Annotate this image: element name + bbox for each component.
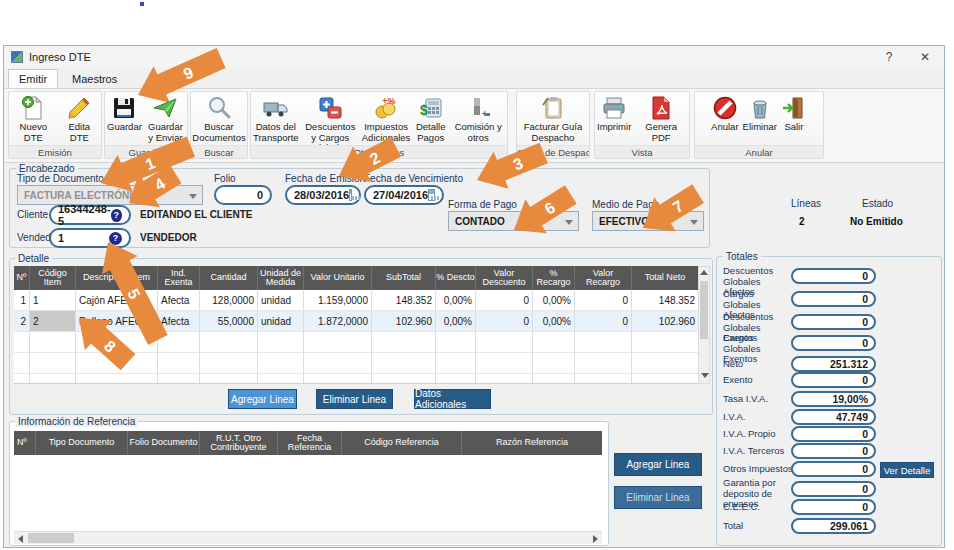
close-button[interactable]: ✕ xyxy=(908,46,942,67)
tab-maestros[interactable]: Maestros xyxy=(62,69,127,88)
scroll-left-icon[interactable] xyxy=(18,535,23,543)
lineas-label: Líneas xyxy=(791,198,821,209)
empty-grid-area xyxy=(14,332,698,384)
eliminar-button[interactable]: Eliminar xyxy=(741,94,779,134)
chevron-down-icon xyxy=(565,220,573,225)
ceec-field[interactable]: 0 xyxy=(791,499,876,515)
buscar-documentos-button[interactable]: Buscar Documentos xyxy=(190,94,247,144)
ribbon-group-vista: Imprimir Genera PDF Vista xyxy=(594,91,690,159)
fecha-vencimiento-label: Fecha de Vencimiento xyxy=(364,173,463,184)
selected-cell[interactable]: 2 xyxy=(30,311,76,332)
iva-propio-field[interactable]: 0 xyxy=(791,426,876,442)
anular-button[interactable]: Anular xyxy=(709,94,740,134)
dollar-calculator-icon: $ xyxy=(418,95,444,121)
table-row[interactable]: 1 1 Cajón AFECTO Afecta 128,0000 unidad … xyxy=(14,290,698,311)
help-circle-icon[interactable]: ? xyxy=(111,209,122,222)
datos-transporte-button[interactable]: Datos del Transporte xyxy=(251,94,301,144)
otros-impuestos-field[interactable]: 0 xyxy=(791,461,876,477)
clipboard-icon xyxy=(540,95,566,121)
ribbon-group-emision: Nuevo DTE Edita DTE Emisión xyxy=(8,91,102,159)
guardar-enviar-button[interactable]: Guardar y Enviar xyxy=(144,94,187,144)
medio-pago-label: Medio de Pago xyxy=(592,199,659,210)
tipo-documento-label: Tipo de Documento xyxy=(17,173,104,184)
folio-label: Folio xyxy=(214,173,236,184)
trash-icon xyxy=(747,95,773,121)
scroll-down-icon[interactable] xyxy=(701,373,709,378)
totales-legend: Totales xyxy=(723,251,761,262)
ref-eliminar-linea-button[interactable]: Eliminar Linea xyxy=(614,486,702,509)
ribbon-group-guardar: Guardar Guardar y Enviar Guardar xyxy=(104,91,188,159)
forma-pago-select[interactable]: CONTADO xyxy=(448,211,579,231)
cliente-label: Cliente xyxy=(17,209,48,220)
forma-pago-label: Forma de Pago xyxy=(448,199,517,210)
ribbon-toolbar: Nuevo DTE Edita DTE Emisión Guardar xyxy=(4,89,944,163)
iva-field[interactable]: 47.749 xyxy=(791,409,876,425)
cargos-globales-exentos-field[interactable]: 0 xyxy=(791,335,876,351)
scrollbar-thumb[interactable] xyxy=(700,281,708,339)
ribbon-group-buscar: Buscar Documentos Buscar xyxy=(190,91,248,159)
detalle-vertical-scrollbar[interactable] xyxy=(698,266,710,384)
impuestos-adicionales-button[interactable]: +% Impuestos Adicionales xyxy=(360,94,412,144)
lineas-value: 2 xyxy=(799,216,805,227)
forbidden-icon xyxy=(712,95,738,121)
table-row[interactable]: 2 2 Relleno AFECTO Afecta 55,0000 unidad… xyxy=(14,311,698,332)
scrollbar-thumb[interactable] xyxy=(28,533,74,543)
scroll-right-icon[interactable] xyxy=(593,535,598,543)
imprimir-button[interactable]: Imprimir xyxy=(595,94,633,134)
cliente-field[interactable]: 16344248-5 ? xyxy=(49,205,131,225)
descuentos-globales-afectos-field[interactable]: 0 xyxy=(791,268,876,284)
edita-dte-button[interactable]: Edita DTE xyxy=(58,94,101,144)
eliminar-linea-button[interactable]: Eliminar Linea xyxy=(316,389,393,409)
referencia-table-header: Nº Tipo Documento Folio Documento R.U.T.… xyxy=(14,431,602,455)
guardar-button[interactable]: Guardar xyxy=(105,94,144,134)
detalle-pagos-button[interactable]: $ Detalle Pagos xyxy=(412,94,449,144)
exit-icon xyxy=(781,95,807,121)
ver-detalle-button[interactable]: Ver Detalle xyxy=(880,462,934,478)
vendedor-hint: VENDEDOR xyxy=(140,232,197,243)
medio-pago-select[interactable]: EFECTIVO xyxy=(592,211,704,231)
cargos-globales-afectos-field[interactable]: 0 xyxy=(791,291,876,307)
iva-terceros-field[interactable]: 0 xyxy=(791,443,876,459)
salir-button[interactable]: Salir xyxy=(779,94,809,134)
agregar-linea-button[interactable]: Agregar Linea xyxy=(228,389,297,409)
calendar-icon[interactable] xyxy=(349,189,352,201)
estado-value: No Emitido xyxy=(850,216,903,227)
garantia-envases-field[interactable]: 0 xyxy=(791,481,876,497)
fecha-emision-field[interactable]: 28/03/2016 xyxy=(285,185,361,205)
ribbon-group-anular: Anular Eliminar Salir Anular xyxy=(694,91,824,159)
help-button[interactable]: ? xyxy=(872,46,906,67)
nuevo-dte-button[interactable]: Nuevo DTE xyxy=(9,94,58,144)
fecha-emision-label: Fecha de Emisión xyxy=(285,173,365,184)
tipo-documento-select[interactable]: FACTURA ELECTRÓNICA xyxy=(17,185,203,205)
commission-icon: + xyxy=(465,95,491,121)
coins-percent-icon: +% xyxy=(373,95,399,121)
help-circle-icon[interactable]: ? xyxy=(109,232,122,245)
save-icon xyxy=(111,95,137,121)
title-bar: Ingreso DTE xyxy=(4,46,944,68)
ribbon-group-otros-datos: Datos del Transporte Descuentos y Cargos… xyxy=(250,91,508,159)
detalle-legend: Detalle xyxy=(15,253,52,264)
ref-agregar-linea-button[interactable]: Agregar Linea xyxy=(614,453,702,476)
datos-adicionales-button[interactable]: Datos Adicionales xyxy=(414,389,491,409)
tab-emitir[interactable]: Emitir xyxy=(8,69,58,88)
folio-field[interactable]: 0 xyxy=(214,185,272,205)
new-document-icon xyxy=(20,95,46,121)
neto-field[interactable]: 251.312 xyxy=(791,356,876,372)
descuentos-globales-exentos-field[interactable]: 0 xyxy=(791,314,876,330)
svg-text:$: $ xyxy=(420,102,428,118)
fecha-vencimiento-field[interactable]: 27/04/2016 xyxy=(364,185,444,205)
genera-pdf-button[interactable]: Genera PDF xyxy=(633,94,689,144)
exento-field[interactable]: 0 xyxy=(791,372,876,388)
calendar-icon[interactable] xyxy=(428,189,435,201)
pdf-icon xyxy=(648,95,674,121)
total-field[interactable]: 299.061 xyxy=(791,518,876,534)
tasa-iva-field[interactable]: 19,00% xyxy=(791,391,876,407)
vendedor-field[interactable]: 1 ? xyxy=(49,228,131,248)
scroll-up-icon[interactable] xyxy=(700,270,708,275)
facturar-guia-button[interactable]: Facturar Guía Despacho xyxy=(519,94,587,144)
chevron-down-icon xyxy=(690,220,698,225)
app-icon xyxy=(11,51,23,63)
cliente-hint: EDITANDO EL CLIENTE xyxy=(140,209,252,220)
referencia-horizontal-scrollbar[interactable] xyxy=(14,531,602,544)
artifact-dot xyxy=(140,2,144,6)
